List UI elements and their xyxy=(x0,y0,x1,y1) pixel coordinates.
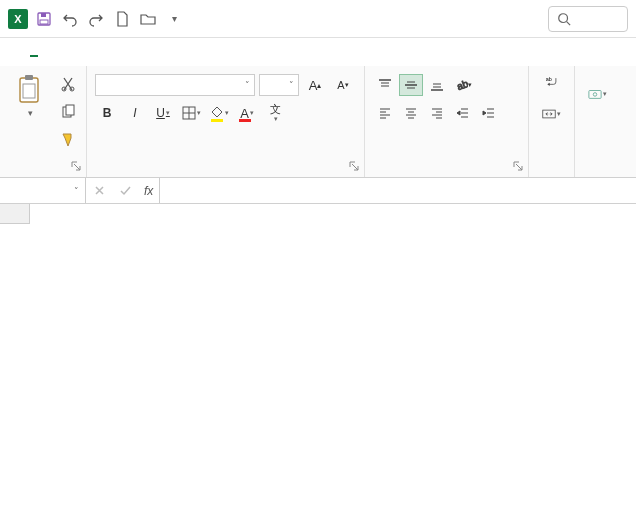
tab-formulas[interactable] xyxy=(90,48,98,56)
svg-point-3 xyxy=(559,13,568,22)
tab-insert[interactable] xyxy=(50,48,58,56)
underline-button[interactable]: U▾ xyxy=(151,102,175,124)
align-center-button[interactable] xyxy=(399,102,423,124)
svg-rect-45 xyxy=(588,91,600,99)
titlebar: X ▾ xyxy=(0,0,636,38)
increase-indent-button[interactable] xyxy=(477,102,501,124)
svg-point-46 xyxy=(593,93,597,97)
new-file-icon[interactable] xyxy=(114,11,130,27)
group-clipboard: ▾ xyxy=(0,66,87,177)
enter-formula-icon[interactable] xyxy=(112,184,138,197)
tab-review[interactable] xyxy=(130,48,138,56)
align-middle-button[interactable] xyxy=(399,74,423,96)
font-size-select[interactable]: ˅ xyxy=(259,74,299,96)
align-right-button[interactable] xyxy=(425,102,449,124)
font-name-select[interactable]: ˅ xyxy=(95,74,255,96)
svg-text:ab: ab xyxy=(456,78,468,92)
name-box[interactable]: ˅ xyxy=(0,178,86,203)
svg-rect-7 xyxy=(23,84,35,98)
italic-button[interactable]: I xyxy=(123,102,147,124)
group-alignment: ab▾ xyxy=(365,66,529,177)
svg-rect-44 xyxy=(543,110,555,118)
merge-cells-button[interactable]: ▾ xyxy=(538,102,566,126)
svg-text:ab: ab xyxy=(545,76,551,82)
tab-view[interactable] xyxy=(150,48,158,56)
svg-rect-6 xyxy=(25,75,33,80)
decrease-font-icon[interactable]: A▾ xyxy=(331,74,355,96)
formula-bar-row: ˅ fx xyxy=(0,178,636,204)
format-painter-icon[interactable] xyxy=(58,130,78,150)
phonetic-guide-button[interactable]: 文▾ xyxy=(263,102,287,124)
ribbon: ▾ ˅ xyxy=(0,66,636,178)
formula-input[interactable] xyxy=(160,178,636,203)
tab-layout[interactable] xyxy=(70,48,78,56)
svg-rect-1 xyxy=(41,13,46,17)
quick-access-toolbar: ▾ xyxy=(36,11,182,27)
cancel-formula-icon[interactable] xyxy=(86,184,112,197)
tab-help[interactable] xyxy=(170,48,178,56)
cut-icon[interactable] xyxy=(58,74,78,94)
tab-data[interactable] xyxy=(110,48,118,56)
undo-icon[interactable] xyxy=(62,11,78,27)
redo-icon[interactable] xyxy=(88,11,104,27)
tab-home[interactable] xyxy=(30,47,38,57)
wrap-text-button[interactable]: ab xyxy=(538,70,566,94)
align-top-button[interactable] xyxy=(373,74,397,96)
search-box[interactable] xyxy=(548,6,628,32)
save-icon[interactable] xyxy=(36,11,52,27)
select-all-corner[interactable] xyxy=(0,204,30,224)
fx-icon[interactable]: fx xyxy=(138,184,159,198)
decrease-indent-button[interactable] xyxy=(451,102,475,124)
orientation-button[interactable]: ab▾ xyxy=(451,74,475,96)
clipboard-launcher-icon[interactable] xyxy=(70,161,82,173)
copy-icon[interactable] xyxy=(58,102,78,122)
currency-button[interactable]: ▾ xyxy=(583,82,611,106)
qat-customize-icon[interactable]: ▾ xyxy=(166,11,182,27)
open-folder-icon[interactable] xyxy=(140,11,156,27)
excel-app-icon: X xyxy=(8,9,28,29)
paste-icon xyxy=(16,74,44,106)
fill-color-button[interactable]: ▾ xyxy=(207,102,231,124)
spreadsheet xyxy=(0,204,636,513)
bold-button[interactable]: B xyxy=(95,102,119,124)
alignment-launcher-icon[interactable] xyxy=(512,161,524,173)
svg-rect-11 xyxy=(66,105,74,115)
group-number: ▾ xyxy=(575,66,619,177)
paste-button[interactable]: ▾ xyxy=(8,70,52,118)
increase-font-icon[interactable]: A▴ xyxy=(303,74,327,96)
align-bottom-button[interactable] xyxy=(425,74,449,96)
search-icon xyxy=(557,12,571,26)
svg-line-4 xyxy=(567,21,571,25)
group-font: ˅ ˅ A▴ A▾ B I U▾ ▾ ▾ A xyxy=(87,66,365,177)
tab-file[interactable] xyxy=(10,48,18,56)
border-button[interactable]: ▾ xyxy=(179,102,203,124)
ribbon-tabs xyxy=(0,38,636,66)
font-launcher-icon[interactable] xyxy=(348,161,360,173)
svg-rect-2 xyxy=(40,20,48,24)
align-left-button[interactable] xyxy=(373,102,397,124)
font-color-button[interactable]: A ▾ xyxy=(235,102,259,124)
group-wrap: ab ▾ xyxy=(529,66,575,177)
